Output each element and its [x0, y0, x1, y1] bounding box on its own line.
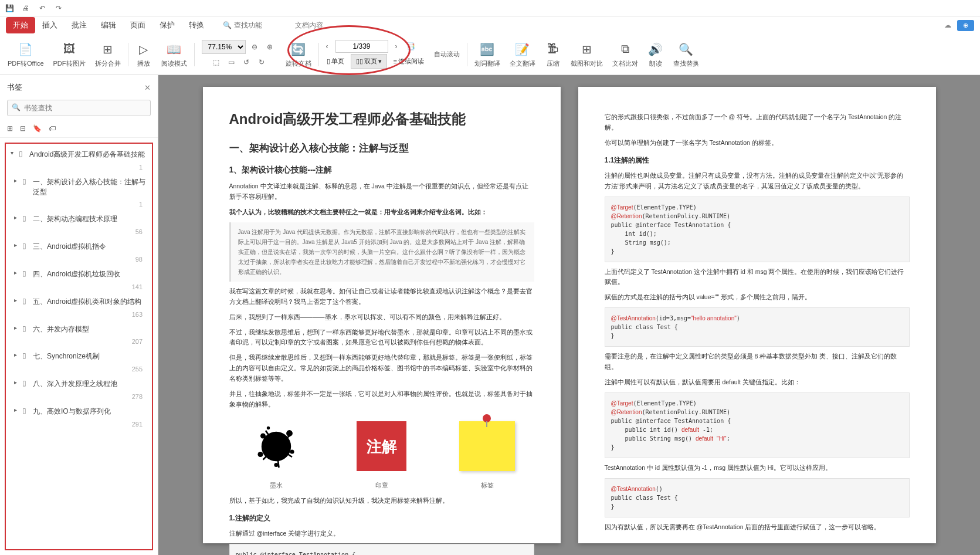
bookmark-root[interactable]: ▾ ▯ Android高级开发工程师必备基础技能 [6, 144, 152, 163]
cloud-icon[interactable]: ☁ [944, 21, 951, 29]
search-func-input[interactable] [234, 21, 293, 29]
chevron-right-icon[interactable]: ▸ [14, 297, 20, 303]
code-block: @Target(ElementType.TYPE) @Retention(Ret… [605, 392, 910, 458]
chevron-right-icon[interactable]: ▸ [14, 379, 20, 385]
chevron-right-icon[interactable]: ▸ [14, 214, 20, 221]
search-func[interactable]: 🔍 [223, 21, 354, 29]
cloud-badge[interactable]: ⊕ [957, 20, 974, 31]
tab-page[interactable]: 页面 [123, 17, 152, 33]
stamp-icon: 注解 [357, 421, 406, 471]
chevron-down-icon[interactable]: ▾ [11, 150, 16, 156]
chevron-right-icon[interactable]: ▸ [14, 324, 20, 331]
rotate-icon: 🔄 [290, 41, 307, 57]
chevron-right-icon[interactable]: ▸ [14, 269, 20, 276]
bookmark-item-icon: ▯ [22, 177, 30, 185]
translate-icon: 🔤 [479, 41, 496, 57]
zoom-out-icon[interactable]: ⊖ [248, 40, 261, 53]
next-page-icon[interactable]: › [391, 40, 402, 52]
rotate-left-icon[interactable]: ↺ [240, 56, 253, 69]
zoom-in-icon[interactable]: ⊕ [263, 40, 276, 53]
bookmark-item-icon: ▯ [22, 407, 30, 415]
bookmark-item[interactable]: ▸▯四、Android虚拟机垃圾回收 [6, 266, 152, 283]
chevron-right-icon[interactable]: ▸ [14, 177, 20, 184]
undo-icon[interactable]: ↶ [38, 4, 47, 13]
doc-compare-button[interactable]: ⧉ 文档比对 [608, 41, 643, 68]
save-icon[interactable]: 💾 [5, 4, 14, 13]
fit-page-icon[interactable]: ▭ [225, 56, 238, 69]
book-icon: 📖 [166, 41, 182, 57]
print-icon[interactable]: 🖨 [21, 4, 30, 13]
tab-protect[interactable]: 保护 [152, 17, 182, 33]
title-bar: 💾 🖨 ↶ ↷ [0, 0, 980, 16]
chevron-right-icon[interactable]: ▸ [14, 407, 20, 413]
pdf-to-office-button[interactable]: 📄 PDF转Office [3, 41, 49, 68]
tab-start[interactable]: 开始 [6, 17, 35, 33]
rotate-right-icon[interactable]: ↻ [255, 56, 268, 69]
svg-point-6 [266, 427, 269, 429]
page-navigation: ‹ › 📑 [321, 40, 429, 53]
screenshot-icon: ⊞ [578, 41, 595, 57]
collapse-icon[interactable]: ⊟ [20, 124, 26, 133]
play-button[interactable]: ▷ 播放 [131, 41, 157, 68]
search-content-input[interactable] [295, 21, 354, 29]
page-2: 它的形式跟接口很类似，不过前面多了一个 @ 符号。上面的代码就创建了一个名字为 … [578, 87, 936, 543]
find-icon: 🔍 [678, 41, 694, 57]
bookmark-icon[interactable]: 🔖 [33, 124, 42, 133]
zoom-select[interactable]: 77.15% [202, 40, 246, 54]
code-block: @TestAnnotation(id=3,msg="hello annotati… [605, 307, 910, 347]
bookmark-item[interactable]: ▸▯八、深入并发原理之线程池 [6, 375, 152, 392]
bookmark-item[interactable]: ▸▯二、架构动态编程技术原理 [6, 211, 152, 228]
prev-page-icon[interactable]: ‹ [321, 40, 333, 52]
page-input[interactable] [335, 40, 388, 53]
play-icon: ▷ [135, 41, 152, 57]
split-merge-button[interactable]: ⊞ 拆分合并 [90, 41, 126, 68]
read-button[interactable]: 🔊 朗读 [643, 41, 669, 68]
full-translate-button[interactable]: 📝 全文翻译 [505, 41, 540, 68]
chevron-right-icon[interactable]: ▸ [14, 351, 20, 358]
bookmarks-sidebar: 书签 ✕ 🔍 ⊞ ⊟ 🔖 🏷 ▾ ▯ Android高级开发工程师必备基础技能 … [0, 75, 158, 555]
expand-icon[interactable]: ⊞ [7, 124, 13, 133]
continuous-button[interactable]: ≡连续阅读 [388, 54, 429, 69]
sidebar-title: 书签 [7, 82, 22, 93]
bookmark-item[interactable]: ▸▯三、Android虚拟机指令 [6, 238, 152, 255]
find-replace-button[interactable]: 🔍 查找替换 [669, 41, 704, 68]
word-translate-button[interactable]: 🔤 划词翻译 [470, 41, 505, 68]
tab-edit[interactable]: 编辑 [94, 17, 123, 33]
chevron-right-icon[interactable]: ▸ [14, 242, 20, 248]
code-block: @Target(ElementType.TYPE) @Retention(Ret… [605, 197, 910, 262]
bookmark-item-icon: ▯ [19, 150, 27, 158]
screenshot-button[interactable]: ⊞ 截图和对比 [566, 41, 608, 68]
pdf-to-image-button[interactable]: 🖼 PDF转图片 [49, 41, 90, 68]
page-nav-icon[interactable]: 📑 [405, 40, 418, 53]
document-content[interactable]: Android高级开发工程师必备基础技能 一、架构设计必入核心技能：注解与泛型 … [158, 75, 980, 555]
rotate-doc-button[interactable]: 🔄 旋转文档 [281, 41, 316, 68]
bookmark-item-icon: ▯ [22, 324, 30, 333]
tab-annotate[interactable]: 批注 [65, 17, 94, 33]
read-mode-button[interactable]: 📖 阅读模式 [157, 41, 192, 68]
tab-convert[interactable]: 转换 [182, 17, 211, 33]
bookmark-item[interactable]: ▸▯五、Android虚拟机类和对象的结构 [6, 293, 152, 310]
fit-width-icon[interactable]: ⬚ [209, 56, 222, 69]
double-page-button[interactable]: ▯▯双页▾ [351, 54, 387, 69]
zoom-controls: 77.15% ⊖ ⊕ ⬚ ▭ ↺ ↻ [197, 40, 281, 69]
bookmark-item[interactable]: ▸▯一、架构设计必入核心技能：注解与泛型 [6, 174, 152, 201]
doc-h3: 1、架构设计核心技能---注解 [229, 163, 534, 177]
bookmark-search-input[interactable] [7, 100, 151, 116]
tab-insert[interactable]: 插入 [35, 17, 65, 33]
single-page-button[interactable]: ▯单页 [321, 54, 350, 69]
bookmark-item-icon: ▯ [22, 242, 30, 250]
bookmark-item-icon: ▯ [22, 297, 30, 305]
compress-button[interactable]: 🗜 压缩 [540, 41, 566, 68]
redo-icon[interactable]: ↷ [54, 4, 63, 13]
compress-icon: 🗜 [545, 41, 561, 57]
close-sidebar-icon[interactable]: ✕ [144, 83, 151, 92]
code-block: public @interface TestAnnotation { } [229, 544, 534, 555]
auto-scroll-button[interactable]: 自动滚动 [429, 50, 464, 59]
bookmark-item[interactable]: ▸▯九、高效IO与数据序列化 [6, 403, 152, 420]
search-icon: 🔍 [12, 103, 21, 111]
bookmark-outline-icon[interactable]: 🏷 [49, 124, 56, 133]
bookmark-item[interactable]: ▸▯六、并发内存模型 [6, 321, 152, 338]
bookmark-item[interactable]: ▸▯七、Synchronize机制 [6, 348, 152, 365]
ink-splat-icon [250, 420, 303, 473]
bookmark-item-icon: ▯ [22, 379, 30, 387]
